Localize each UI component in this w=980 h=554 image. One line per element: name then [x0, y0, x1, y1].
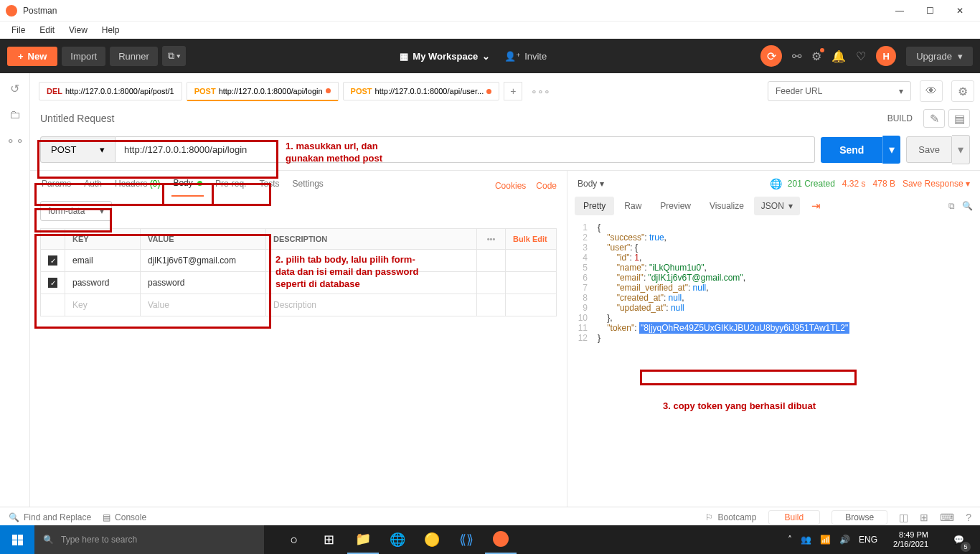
edge-icon[interactable]: 🌐 [382, 525, 413, 554]
environment-settings-button[interactable]: ⚙ [951, 80, 974, 102]
url-input[interactable] [116, 136, 815, 163]
minimize-button[interactable]: — [891, 4, 908, 18]
bootcamp-button[interactable]: ⚐Bootcamp [705, 512, 756, 522]
request-tab[interactable]: DEL http://127.0.0.1:8000/api/post/1 [39, 82, 182, 100]
sync-button[interactable]: ⟳ [760, 45, 782, 67]
request-tab[interactable]: POST http://127.0.0.1:8000/api/login [187, 82, 339, 101]
key-cell[interactable]: email [65, 250, 141, 271]
col-more[interactable]: ••• [477, 229, 506, 249]
workspace-select[interactable]: ▦ My Workspace ⌄ [400, 51, 490, 62]
request-tab[interactable]: POST http://127.0.0.1:8000/api/user... [343, 82, 500, 100]
value-cell[interactable]: djlK1j6v6T@gmail.com [141, 250, 266, 271]
task-view-icon[interactable]: ⊞ [313, 525, 344, 554]
save-response-button[interactable]: Save Response ▾ [903, 179, 970, 189]
bulk-edit-link[interactable]: Bulk Edit [506, 229, 556, 249]
key-placeholder[interactable]: Key [65, 294, 141, 316]
build-mode-button[interactable]: BUILD [880, 110, 920, 127]
collapse-button[interactable]: ▤ [948, 109, 970, 128]
pane-layout-icon[interactable]: ⊞ [920, 512, 928, 523]
notif-count: 5 [961, 542, 971, 552]
search-icon[interactable]: 🔍 [962, 201, 973, 211]
more-tabs-button[interactable]: ∘∘∘ [527, 85, 555, 97]
new-button[interactable]: +New [7, 47, 57, 66]
capture-icon[interactable]: ⚯ [792, 50, 801, 63]
tab-settings[interactable]: Settings [291, 176, 324, 196]
keyboard-icon[interactable]: ⌨ [940, 512, 954, 523]
tray-chevron-icon[interactable]: ˄ [788, 535, 792, 545]
tab-headers[interactable]: Headers (9) [113, 176, 161, 196]
menu-file[interactable]: File [4, 24, 32, 37]
taskbar-clock[interactable]: 8:49 PM 2/16/2021 [886, 530, 936, 549]
resp-tab-preview[interactable]: Preview [651, 197, 699, 215]
value-cell[interactable]: password [141, 272, 266, 294]
language-indicator[interactable]: ENG [859, 535, 877, 545]
explorer-icon[interactable]: 📁 [347, 525, 379, 554]
start-button[interactable] [0, 525, 34, 554]
vscode-icon[interactable]: ⟪⟫ [451, 525, 482, 554]
json-viewer[interactable]: 1{2 "success": true,3 "user": {4 "id": 1… [567, 218, 980, 507]
upgrade-button[interactable]: Upgrade▾ [906, 47, 973, 66]
cortana-icon[interactable]: ○ [278, 525, 310, 554]
notifications-icon[interactable]: 🔔 [831, 50, 846, 63]
response-body-select[interactable]: Body▾ [578, 179, 604, 189]
environment-quick-look-button[interactable]: 👁 [920, 80, 943, 102]
tab-body[interactable]: Body [171, 175, 204, 197]
console-button[interactable]: ▤Console [103, 512, 146, 522]
value-placeholder[interactable]: Value [141, 294, 266, 316]
find-replace-button[interactable]: 🔍Find and Replace [9, 512, 91, 522]
save-dropdown[interactable]: ▾ [952, 135, 970, 164]
postman-icon[interactable] [485, 525, 517, 554]
footer-build-button[interactable]: Build [768, 510, 821, 525]
invite-button[interactable]: 👤⁺ Invite [504, 51, 547, 62]
resp-tab-visualize[interactable]: Visualize [701, 197, 753, 215]
wifi-icon[interactable]: 📶 [820, 535, 831, 545]
key-cell[interactable]: password [65, 272, 141, 294]
runner-button[interactable]: Runner [110, 47, 158, 66]
row-checkbox[interactable]: ✓ [48, 255, 57, 266]
collections-icon[interactable]: 🗀 [9, 108, 21, 121]
globe-icon[interactable]: 🌐 [770, 178, 782, 189]
help-icon[interactable]: ? [966, 512, 971, 523]
menu-help[interactable]: Help [95, 24, 127, 37]
close-button[interactable]: ✕ [951, 4, 969, 18]
send-dropdown[interactable]: ▾ [882, 136, 900, 164]
heart-icon[interactable]: ♡ [856, 50, 866, 63]
taskbar-search[interactable]: 🔍 Type here to search [34, 525, 264, 554]
copy-icon[interactable]: ⧉ [948, 201, 955, 211]
tab-params[interactable]: Params [40, 176, 72, 196]
history-icon[interactable]: ↺ [10, 82, 19, 95]
method-select[interactable]: POST ▾ [40, 136, 116, 163]
footer-browse-button[interactable]: Browse [831, 510, 887, 525]
chrome-icon[interactable]: 🟡 [416, 525, 448, 554]
add-tab-button[interactable]: + [504, 82, 522, 100]
resp-format-select[interactable]: JSON▾ [754, 197, 800, 215]
tab-prereq[interactable]: Pre-req. [214, 176, 248, 196]
import-button[interactable]: Import [62, 47, 105, 66]
people-icon[interactable]: 👥 [801, 535, 811, 545]
menu-view[interactable]: View [62, 24, 95, 37]
row-checkbox[interactable]: ✓ [48, 278, 57, 288]
tab-tests[interactable]: Tests [258, 176, 281, 196]
save-button[interactable]: Save [906, 136, 952, 163]
resp-tab-pretty[interactable]: Pretty [575, 197, 614, 215]
desc-placeholder[interactable]: Description [266, 294, 477, 316]
two-pane-icon[interactable]: ◫ [899, 512, 908, 523]
tab-auth[interactable]: Auth [83, 176, 103, 196]
send-button[interactable]: Send [821, 137, 882, 163]
wrap-lines-button[interactable]: ⇥ [806, 197, 826, 215]
cookies-link[interactable]: Cookies [495, 181, 526, 191]
maximize-button[interactable]: ☐ [921, 4, 938, 18]
window-toggle-button[interactable]: ⧉ ▾ [162, 46, 187, 66]
body-type-select[interactable]: form-data ▾ [40, 201, 112, 221]
notifications-button[interactable]: 💬5 [944, 525, 973, 554]
volume-icon[interactable]: 🔊 [839, 535, 850, 545]
apis-icon[interactable]: ⚬⚬ [6, 134, 24, 148]
menu-edit[interactable]: Edit [32, 24, 62, 37]
code-link[interactable]: Code [536, 181, 557, 191]
user-avatar[interactable]: H [876, 46, 896, 66]
environment-select[interactable]: Feeder URL ▾ [768, 81, 911, 101]
chevron-down-icon: ▾ [899, 86, 903, 96]
comment-button[interactable]: ✎ [923, 109, 945, 128]
resp-tab-raw[interactable]: Raw [616, 197, 650, 215]
settings-icon[interactable]: ⚙ [811, 50, 821, 63]
